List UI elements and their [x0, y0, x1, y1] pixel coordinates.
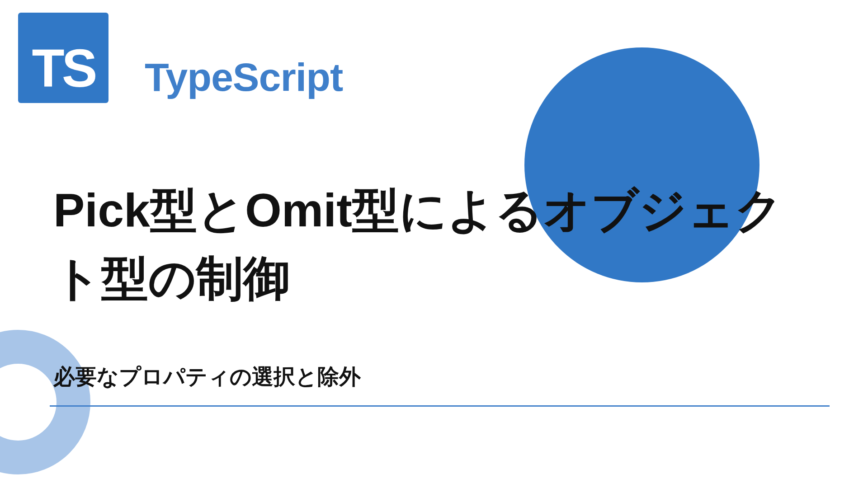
- decorative-circle-ring: [0, 330, 90, 474]
- slide-title: Pick型とOmit型によるオブジェクト型の制御: [53, 176, 814, 313]
- slide-subtitle: 必要なプロパティの選択と除外: [53, 362, 814, 391]
- logo-text: TS: [32, 42, 95, 95]
- divider-line: [50, 405, 830, 407]
- slide: TS TypeScript Pick型とOmit型によるオブジェクト型の制御 必…: [0, 0, 868, 488]
- typescript-logo-icon: TS: [18, 13, 108, 103]
- brand-name: TypeScript: [145, 54, 343, 100]
